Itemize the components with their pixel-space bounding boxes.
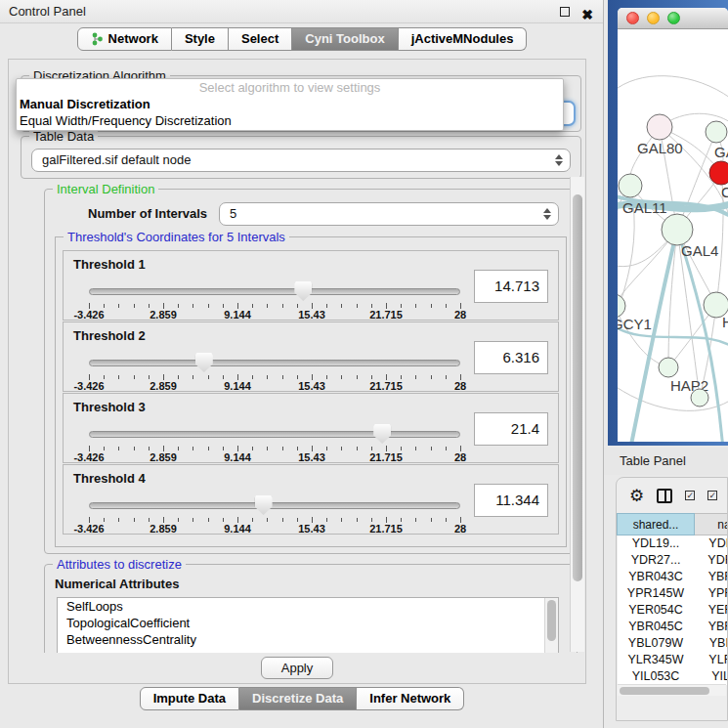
table-cell[interactable]: YPR1 — [695, 585, 728, 602]
network-canvas[interactable]: GAL80GACGAL11GAL4GCY1HHAP2 — [618, 29, 728, 442]
table-cell[interactable]: YIL053C — [618, 668, 695, 685]
tab-select[interactable]: Select — [229, 27, 292, 51]
table-cell[interactable]: YER0 — [695, 602, 728, 619]
table-cell[interactable]: YLR3 — [695, 652, 728, 668]
attributes-scrollbar-thumb[interactable] — [547, 600, 556, 641]
close-icon[interactable]: ✖ — [581, 3, 593, 26]
slider-tick-label: -3.426 — [73, 523, 104, 535]
threshold-value-field[interactable]: 6.316 — [474, 341, 548, 374]
network-node[interactable] — [659, 358, 678, 377]
attributes-scrollbar[interactable] — [544, 598, 558, 653]
threshold-value-field[interactable]: 11.344 — [474, 484, 548, 517]
slider-thumb[interactable] — [373, 424, 391, 444]
slider-thumb[interactable] — [255, 495, 273, 515]
slider-tick-label: 28 — [454, 380, 466, 392]
slider-thumb[interactable] — [195, 353, 213, 372]
threshold-label: Threshold 4 — [73, 471, 146, 486]
slider-tick-label: 9.144 — [224, 309, 251, 321]
table-cell[interactable]: YLR345W — [618, 652, 695, 668]
table-row[interactable]: YER054CYER0 — [618, 602, 728, 619]
table-row[interactable]: YLR345WYLR3 — [618, 652, 728, 668]
threshold-box: Threshold 3-3.4262.8599.14415.4321.71528… — [63, 393, 559, 463]
gear-icon[interactable]: ⚙ — [629, 488, 644, 504]
tab-cyni-toolbox[interactable]: Cyni Toolbox — [292, 27, 398, 51]
slider-track[interactable] — [89, 288, 460, 295]
threshold-slider[interactable]: -3.4262.8599.14415.4321.71528 — [89, 352, 460, 389]
table-cell[interactable]: YBR045C — [618, 619, 695, 635]
network-node[interactable] — [691, 389, 708, 407]
threshold-label: Threshold 2 — [73, 328, 146, 343]
threshold-slider[interactable]: -3.4262.8599.14415.4321.71528 — [89, 280, 460, 318]
numerical-attributes-list[interactable]: SelfLoopsTopologicalCoefficientBetweenne… — [57, 597, 559, 653]
slider-track[interactable] — [89, 502, 460, 509]
table-cell[interactable]: YIL0 — [695, 668, 728, 685]
threshold-value-field[interactable]: 14.713 — [474, 270, 548, 303]
apply-button[interactable]: Apply — [261, 657, 333, 679]
network-node[interactable] — [706, 121, 727, 143]
tab-infer-network[interactable]: Infer Network — [357, 687, 464, 710]
table-cell[interactable]: YER054C — [618, 602, 695, 619]
dropdown-option-manual[interactable]: Manual Discretization — [17, 96, 563, 112]
table-hscrollbar[interactable] — [618, 684, 726, 696]
tab-impute-data[interactable]: Impute Data — [140, 687, 239, 710]
table-row[interactable]: YIL053CYIL0 — [618, 668, 728, 685]
threshold-slider[interactable]: -3.4262.8599.14415.4321.71528 — [89, 423, 460, 460]
table-row[interactable]: YBL079WYBL0 — [618, 635, 728, 652]
thresholds-group-label: Threshold's Coordinates for 5 Intervals — [64, 230, 289, 244]
network-node[interactable] — [709, 161, 728, 185]
node-table: shared... na YDL19...YDL1YDR27...YDR2YBR… — [617, 513, 728, 685]
tab-discretize-data[interactable]: Discretize Data — [239, 687, 357, 710]
network-node[interactable] — [662, 214, 693, 245]
table-row[interactable]: YDL19...YDL1 — [618, 535, 728, 552]
slider-track[interactable] — [89, 431, 460, 438]
panel-scrollbar-thumb[interactable] — [573, 194, 582, 581]
table-cell[interactable]: YDL1 — [695, 535, 728, 552]
table-row[interactable]: YBR043CYBR0 — [618, 569, 728, 585]
table-cell[interactable]: YBR043C — [618, 569, 695, 585]
table-cell[interactable]: YBL079W — [618, 635, 695, 652]
network-window[interactable]: GAL80GACGAL11GAL4GCY1HHAP2 — [618, 8, 728, 442]
float-window-icon[interactable] — [560, 7, 570, 17]
table-row[interactable]: YDR27...YDR2 — [618, 552, 728, 569]
table-cell[interactable]: YBL0 — [695, 635, 728, 652]
tab-network[interactable]: Network — [77, 27, 172, 51]
window-minimize-icon[interactable] — [647, 12, 660, 24]
column-header-shared-name[interactable]: shared... — [618, 514, 695, 535]
window-close-icon[interactable] — [626, 12, 639, 24]
number-of-intervals-combobox[interactable]: 5 — [219, 202, 559, 226]
node-label: GAL11 — [622, 199, 667, 216]
threshold-slider[interactable]: -3.4262.8599.14415.4321.71528 — [89, 494, 460, 532]
table-cell[interactable]: YBR0 — [695, 569, 728, 585]
checkbox-icon[interactable]: ✓ — [707, 491, 717, 500]
slider-thumb[interactable] — [294, 281, 312, 301]
network-node[interactable] — [618, 294, 625, 318]
checkbox-icon[interactable]: ✓ — [685, 491, 695, 500]
tab-style[interactable]: Style — [172, 27, 229, 51]
table-hscrollbar-thumb[interactable] — [620, 687, 709, 695]
slider-tick-label: 15.43 — [298, 309, 325, 321]
table-cell[interactable]: YDR27... — [618, 552, 695, 569]
dropdown-option-equal-width[interactable]: Equal Width/Frequency Discretization — [17, 112, 563, 129]
window-zoom-icon[interactable] — [667, 12, 680, 24]
tab-jactivemnodules[interactable]: jActiveMNodules — [399, 27, 528, 51]
table-cell[interactable]: YBR0 — [695, 619, 728, 635]
attribute-list-item[interactable]: TopologicalCoefficient — [58, 615, 558, 631]
attribute-list-item[interactable]: SelfLoops — [58, 598, 558, 615]
table-row[interactable]: YBR045CYBR0 — [618, 619, 728, 635]
split-columns-icon[interactable] — [657, 489, 672, 503]
column-header-name[interactable]: na — [695, 514, 728, 535]
attribute-list-item[interactable]: BetweennessCentrality — [58, 631, 558, 648]
slider-tick-label: 2.859 — [150, 523, 177, 535]
table-cell[interactable]: YPR145W — [618, 585, 695, 602]
network-node[interactable] — [647, 114, 672, 140]
slider-tick-label: 9.144 — [224, 523, 251, 535]
table-cell[interactable]: YDL19... — [618, 535, 695, 552]
panel-scrollbar[interactable] — [570, 177, 584, 652]
slider-track[interactable] — [89, 360, 460, 366]
threshold-value-field[interactable]: 21.4 — [474, 412, 548, 446]
table-cell[interactable]: YDR2 — [695, 552, 728, 569]
table-row[interactable]: YPR145WYPR1 — [618, 585, 728, 602]
network-node[interactable] — [619, 174, 642, 197]
attributes-group: Attributes to discretize Numerical Attri… — [44, 564, 578, 653]
table-data-combobox[interactable]: galFiltered.sif default node — [31, 149, 571, 172]
